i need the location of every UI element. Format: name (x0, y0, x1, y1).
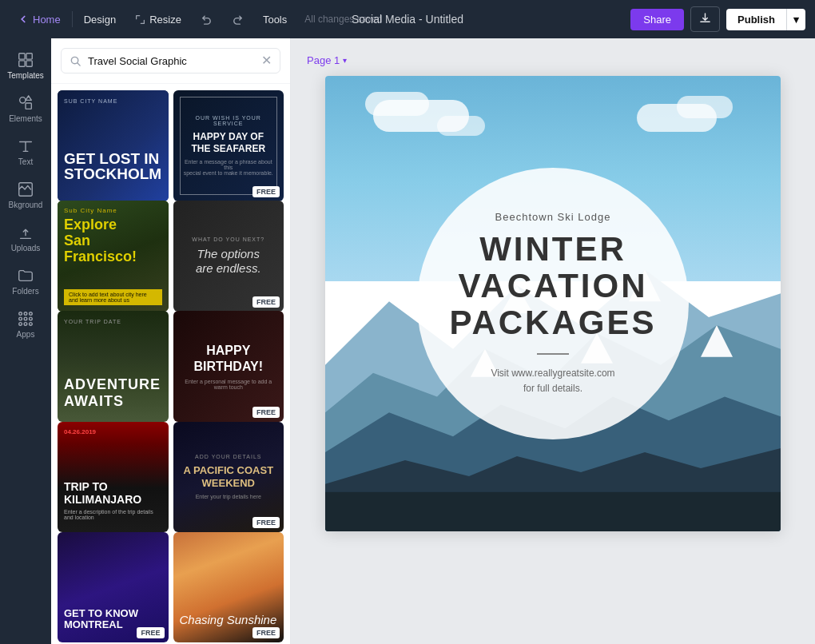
sidebar-item-apps[interactable]: Apps (3, 304, 48, 345)
page-label[interactable]: Page 1 ▾ (307, 54, 347, 66)
undo-button[interactable] (193, 10, 221, 30)
download-icon (699, 12, 711, 24)
svg-rect-1 (26, 54, 32, 59)
template-card-adventure[interactable]: Your Trip Date ADVENTUREAWAITS (58, 311, 169, 422)
svg-point-8 (24, 312, 27, 316)
free-badge-birthday: FREE (252, 407, 280, 418)
sidebar-item-templates[interactable]: Templates (3, 45, 48, 86)
doc-title: Social Media - Untitled (352, 12, 463, 26)
free-badge-pacific: FREE (252, 517, 280, 528)
nav-actions: Share Publish ▾ (630, 6, 805, 32)
page-dropdown-icon: ▾ (343, 56, 347, 65)
download-button[interactable] (690, 6, 720, 32)
sidebar-item-text[interactable]: Text (3, 131, 48, 173)
svg-rect-0 (19, 54, 25, 59)
template-card-montreal[interactable]: GET TO KNOWMONTREAL FREE (58, 532, 169, 643)
chevron-left-icon (18, 14, 29, 25)
background-icon (17, 181, 34, 198)
canvas-frame[interactable]: Beechtown Ski Lodge WINTERVACATIONPACKAG… (325, 76, 781, 531)
canvas-main-title: WINTERVACATIONPACKAGES (450, 231, 657, 342)
folders-icon (17, 267, 34, 284)
svg-point-13 (19, 323, 22, 326)
template-card-pacific[interactable]: Add Your Details A PACIFIC COASTWEEKEND … (173, 422, 284, 533)
design-button[interactable]: Design (76, 10, 124, 30)
svg-rect-3 (26, 61, 32, 66)
sidebar-item-background[interactable]: Bkground (3, 174, 48, 216)
publish-button[interactable]: Publish ▾ (726, 9, 805, 30)
svg-rect-26 (325, 491, 781, 531)
sidebar-item-uploads[interactable]: Uploads (3, 217, 48, 259)
svg-point-4 (20, 97, 26, 103)
publish-dropdown-arrow[interactable]: ▾ (786, 9, 805, 30)
elements-icon (17, 94, 34, 112)
apps-icon (17, 310, 34, 328)
free-badge-montreal: FREE (137, 627, 164, 638)
undo-icon (201, 14, 213, 26)
top-nav: Home Design Resize Tools All changes sav… (0, 0, 815, 38)
template-card-options[interactable]: What do you next? The optionsare endless… (173, 201, 284, 312)
nav-divider (72, 11, 73, 27)
icon-nav: Templates Elements Text Bkground Uploads… (0, 38, 51, 644)
home-button[interactable]: Home (10, 10, 69, 30)
templates-icon (17, 51, 34, 69)
search-clear-button[interactable]: ✕ (261, 54, 272, 67)
templates-panel: ✕ Sub City Name GET LOST INSTOCKHOLM OUR (51, 38, 291, 644)
uploads-icon (17, 224, 34, 241)
canvas-divider (537, 353, 569, 355)
canvas-area: Page 1 ▾ (291, 38, 815, 644)
resize-icon (135, 14, 145, 25)
template-card-kilimanjaro[interactable]: 04.26.2019 TRIP TOKILIMANJARO Enter a de… (58, 422, 169, 533)
main-layout: Templates Elements Text Bkground Uploads… (0, 38, 815, 644)
templates-grid: Sub City Name GET LOST INSTOCKHOLM OUR W… (51, 84, 290, 644)
template-card-seafarer[interactable]: OUR WISH IS YOUR SERVICE HAPPY DAY OFTHE… (173, 90, 284, 201)
text-icon (17, 137, 34, 155)
template-card-stockholm[interactable]: Sub City Name GET LOST INSTOCKHOLM (58, 90, 169, 201)
sidebar-item-folders[interactable]: Folders (3, 260, 48, 302)
cloud-3 (437, 116, 485, 136)
svg-point-9 (30, 312, 33, 316)
redo-icon (232, 14, 244, 26)
search-icon (70, 55, 82, 67)
svg-point-12 (30, 317, 33, 320)
svg-rect-2 (19, 61, 25, 66)
svg-point-11 (24, 317, 27, 320)
free-badge-sunshine: FREE (252, 627, 280, 638)
cloud-5 (677, 96, 733, 118)
svg-point-7 (19, 312, 22, 316)
lodge-name: Beechtown Ski Lodge (495, 211, 611, 223)
free-badge-options: FREE (252, 296, 280, 308)
tools-button[interactable]: Tools (255, 10, 295, 30)
redo-button[interactable] (224, 10, 252, 30)
template-card-birthday[interactable]: HAPPYBIRTHDAY! Enter a personal message … (173, 311, 284, 422)
svg-point-14 (24, 323, 27, 326)
canvas-subtitle: Visit www.reallygreatsite.comfor full de… (491, 366, 614, 396)
share-button[interactable]: Share (630, 9, 684, 30)
svg-point-15 (30, 323, 33, 326)
free-badge-seafarer: FREE (252, 186, 280, 197)
search-input[interactable] (88, 55, 255, 67)
svg-rect-5 (26, 103, 31, 109)
sidebar-item-elements[interactable]: Elements (3, 88, 48, 129)
template-card-sf[interactable]: Sub City Name ExploreSanFrancisco! Click… (58, 201, 169, 312)
canvas-circle-overlay: Beechtown Ski Lodge WINTERVACATIONPACKAG… (417, 168, 689, 439)
resize-button[interactable]: Resize (127, 10, 189, 30)
svg-point-10 (19, 317, 22, 320)
cloud-2 (365, 92, 429, 116)
search-input-wrap: ✕ (61, 48, 280, 74)
search-bar: ✕ (51, 38, 290, 84)
template-card-sunshine[interactable]: Chasing Sunshine FREE (173, 532, 284, 643)
seafarer-inner: OUR WISH IS YOUR SERVICE HAPPY DAY OFTHE… (180, 97, 278, 195)
